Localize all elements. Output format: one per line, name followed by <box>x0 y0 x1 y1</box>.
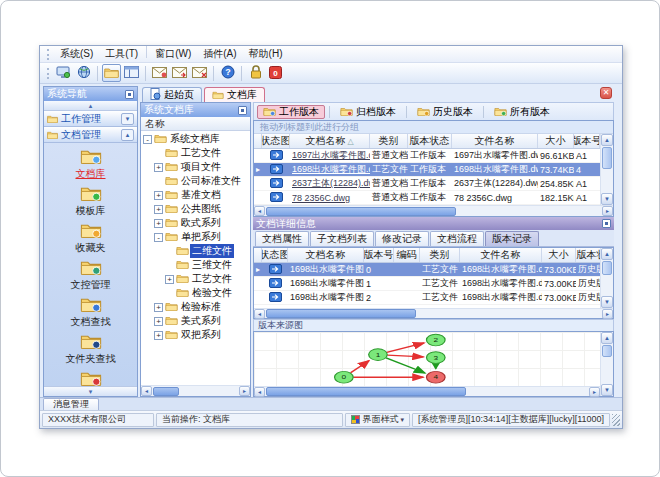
version-filter-button[interactable]: 归档版本 <box>334 105 402 119</box>
versions-horizontal-scrollbar[interactable]: ◂ ▸ <box>254 308 613 318</box>
column-header-2[interactable]: 类别 <box>370 134 408 148</box>
column-header-2[interactable]: 版本号 <box>364 248 394 262</box>
scroll-down-icon[interactable]: ▼ <box>601 193 613 205</box>
graph-horizontal-scrollbar[interactable]: ◂ ▸ <box>254 386 600 396</box>
help-toolbar-button[interactable]: ? <box>218 64 237 82</box>
tree-node[interactable]: - 系统文档库 <box>141 132 250 146</box>
column-header-1[interactable]: 文档名称 <box>288 248 364 262</box>
scrollbar-thumb[interactable] <box>602 345 612 357</box>
sidebar-item-doc-library[interactable]: 文档库 <box>44 146 137 183</box>
menu-item[interactable]: 系统(S) <box>54 46 99 62</box>
version-filter-button[interactable]: 历史版本 <box>411 105 479 119</box>
mail-send-toolbar-button[interactable] <box>170 64 189 82</box>
version-graph[interactable]: 01234 <box>254 332 600 386</box>
tree-node[interactable]: 工艺文件 <box>141 146 250 160</box>
group-by-hint[interactable]: 拖动列标题到此进行分组 <box>254 121 613 134</box>
menu-item[interactable]: 工具(T) <box>99 46 144 62</box>
sidebar-item-doc-control[interactable]: 文控管理 <box>44 257 137 294</box>
tree-node[interactable]: 三维文件 <box>141 258 250 272</box>
column-header-5[interactable]: 大小 <box>538 134 574 148</box>
exit-toolbar-button[interactable]: 0 <box>266 64 285 82</box>
pin-icon[interactable] <box>602 219 611 228</box>
column-header-0[interactable]: 状态图 <box>262 248 288 262</box>
version-node-1[interactable]: 1 <box>369 349 388 361</box>
versions-vertical-scrollbar[interactable]: ▲ ▼ <box>600 248 613 308</box>
scrollbar-thumb[interactable] <box>266 207 456 216</box>
collapse-icon[interactable]: - <box>143 135 152 144</box>
column-header-6[interactable]: 版本号 <box>574 134 600 148</box>
collapse-icon[interactable]: - <box>154 233 163 242</box>
tab-document-library[interactable]: 文档库 <box>204 87 265 102</box>
tree-node[interactable]: 公司标准文件 <box>141 174 250 188</box>
documents-vertical-scrollbar[interactable]: ▲ ▼ <box>600 134 613 205</box>
expand-icon[interactable]: + <box>154 303 163 312</box>
version-node-2[interactable]: 2 <box>426 334 445 346</box>
menu-item[interactable]: 插件(A) <box>197 46 242 62</box>
tree-node[interactable]: + 项目文件 <box>141 160 250 174</box>
tree-node[interactable]: + 工艺文件 <box>141 272 250 286</box>
tree-horizontal-scrollbar[interactable]: ◂ ▸ <box>141 385 250 396</box>
close-tab-icon[interactable]: ✕ <box>600 87 612 99</box>
scrollbar-thumb[interactable] <box>602 261 612 275</box>
tree-node[interactable]: 检验文件 <box>141 286 250 300</box>
expand-icon[interactable]: + <box>165 275 174 284</box>
column-header-0[interactable]: 状态图 <box>262 134 290 148</box>
tree-node[interactable]: + 美式系列 <box>141 314 250 328</box>
scrollbar-thumb[interactable] <box>602 147 612 169</box>
tree-node[interactable]: + 基准文档 <box>141 188 250 202</box>
resize-grip[interactable] <box>612 414 620 426</box>
column-header-5[interactable]: 文件名称 <box>460 248 542 262</box>
detail-tab[interactable]: 文档属性 <box>255 231 309 246</box>
expand-icon[interactable]: + <box>154 317 163 326</box>
column-header-4[interactable]: 文件名称 <box>452 134 538 148</box>
graph-vertical-scrollbar[interactable]: ▲ ▼ <box>600 332 613 396</box>
table-row[interactable]: 1698出水嘴零件图.dwg1工艺文件1698出水嘴零件图.dwg73.00KB… <box>254 277 600 291</box>
documents-horizontal-scrollbar[interactable]: ◂ ▸ <box>254 205 613 216</box>
detail-tab[interactable]: 版本记录 <box>485 231 539 246</box>
column-header-6[interactable]: 大小 <box>542 248 576 262</box>
scrollbar-thumb[interactable] <box>266 387 466 396</box>
sidebar-item-doc-search[interactable]: 文档查找 <box>44 294 137 331</box>
expand-icon[interactable]: + <box>154 191 163 200</box>
computer-toolbar-button[interactable] <box>54 64 73 82</box>
scroll-left-icon[interactable]: ◂ <box>254 309 265 319</box>
table-row[interactable]: ▸1698出水嘴零件图.dwg0工艺文件1698出水嘴零件图.dwg73.00K… <box>254 263 600 277</box>
pin-icon[interactable] <box>125 90 134 99</box>
column-header-4[interactable]: 类别 <box>420 248 460 262</box>
column-header-7[interactable]: 版本状态 <box>576 248 600 262</box>
folder-toolbar-button[interactable] <box>102 64 121 82</box>
version-filter-button[interactable]: 所有版本 <box>488 105 556 119</box>
detail-tab[interactable]: 修改记录 <box>375 231 429 246</box>
menu-item[interactable]: 帮助(H) <box>243 46 289 62</box>
table-row[interactable]: 1697出水嘴零件图.dwg普通文档工作版本1697出水嘴零件图.dwg96.6… <box>254 149 600 163</box>
scroll-up-icon[interactable]: ▲ <box>601 332 613 344</box>
tree-node[interactable]: + 检验标准 <box>141 300 250 314</box>
sidebar-item-folder-search[interactable]: 文件夹查找 <box>44 331 137 368</box>
chevron-up-icon[interactable]: ▴ <box>121 129 134 141</box>
scroll-left-icon[interactable]: ◂ <box>254 206 265 216</box>
scroll-left-icon[interactable]: ◂ <box>141 386 152 396</box>
version-node-4[interactable]: 4 <box>426 371 445 383</box>
scroll-down-icon[interactable]: ▼ <box>601 296 613 308</box>
tab-start-page[interactable]: 起始页 <box>142 87 202 102</box>
scroll-down-icon[interactable]: ▼ <box>601 384 613 396</box>
scroll-right-icon[interactable]: ▸ <box>602 206 613 216</box>
scroll-down-button[interactable]: ▾ <box>44 386 137 396</box>
window-layout-toolbar-button[interactable] <box>122 64 141 82</box>
expand-icon[interactable]: + <box>154 331 163 340</box>
scroll-up-button[interactable]: ▴ <box>44 101 137 111</box>
tree-node[interactable]: - 单把系列 <box>141 230 250 244</box>
tree-column-header[interactable]: 名称 <box>141 117 250 131</box>
column-header-1[interactable]: 文档名称△ <box>290 134 370 148</box>
scrollbar-thumb[interactable] <box>153 387 179 396</box>
pin-icon[interactable] <box>238 106 247 115</box>
expand-icon[interactable]: + <box>154 163 163 172</box>
menu-item[interactable]: 窗口(W) <box>149 46 197 62</box>
detail-tab[interactable]: 子文档列表 <box>310 231 374 246</box>
lock-toolbar-button[interactable] <box>246 64 265 82</box>
table-row[interactable]: 1698出水嘴零件图.dwg2工艺文件1698出水嘴零件图.dwg73.00KB… <box>254 291 600 305</box>
detail-tab[interactable]: 文档流程 <box>430 231 484 246</box>
mail-delete-toolbar-button[interactable] <box>190 64 209 82</box>
globe-toolbar-button[interactable] <box>74 64 93 82</box>
sidebar-item-favorites[interactable]: 收藏夹 <box>44 220 137 257</box>
